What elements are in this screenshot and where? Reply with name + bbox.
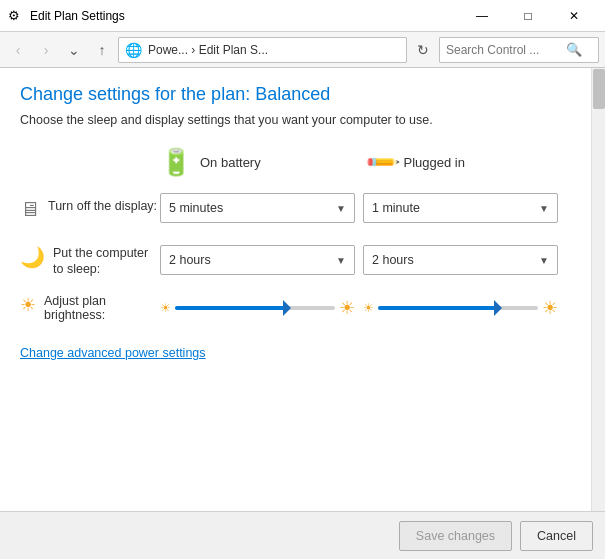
footer: Save changes Cancel — [0, 511, 605, 559]
brightness-plugged-fill — [378, 306, 498, 310]
title-bar-text: Edit Plan Settings — [30, 9, 459, 23]
display-battery-arrow: ▼ — [336, 203, 346, 214]
sleep-battery-value: 2 hours — [169, 253, 211, 267]
minimize-button[interactable]: — — [459, 0, 505, 32]
app-icon: ⚙ — [8, 8, 24, 24]
display-plugged-value: 1 minute — [372, 201, 420, 215]
forward-button[interactable]: › — [34, 38, 58, 62]
sleep-plugged-dropdown[interactable]: 2 hours ▼ — [363, 245, 558, 275]
search-input[interactable] — [446, 43, 566, 57]
recent-pages-button[interactable]: ⌄ — [62, 38, 86, 62]
display-plugged-arrow: ▼ — [539, 203, 549, 214]
display-plugged-dropdown[interactable]: 1 minute ▼ — [363, 193, 558, 223]
up-button[interactable]: ↑ — [90, 38, 114, 62]
back-button[interactable]: ‹ — [6, 38, 30, 62]
sleep-controls: 2 hours ▼ 2 hours ▼ — [160, 245, 577, 275]
sleep-icon: 🌙 — [20, 245, 45, 269]
sleep-label-group: 🌙 Put the computer to sleep: — [20, 243, 160, 278]
page-subtitle: Choose the sleep and display settings th… — [20, 113, 577, 127]
sleep-plugged-arrow: ▼ — [539, 255, 549, 266]
main-content: Change settings for the plan: Balanced C… — [0, 68, 605, 511]
display-label-text: Turn off the display: — [48, 198, 157, 214]
cancel-button[interactable]: Cancel — [520, 521, 593, 551]
display-label-group: 🖥 Turn off the display: — [20, 196, 160, 221]
sleep-plugged-value: 2 hours — [372, 253, 414, 267]
brightness-battery-track[interactable] — [175, 306, 335, 310]
title-bar: ⚙ Edit Plan Settings — □ ✕ — [0, 0, 605, 32]
refresh-button[interactable]: ↻ — [411, 38, 435, 62]
sleep-battery-arrow: ▼ — [336, 255, 346, 266]
brightness-plugged-dim-icon: ☀ — [363, 301, 374, 315]
address-bar: ‹ › ⌄ ↑ 🌐 Powe... › Edit Plan S... ↻ 🔍 — [0, 32, 605, 68]
advanced-link-container: Change advanced power settings — [20, 338, 577, 360]
brightness-battery-thumb — [283, 300, 291, 316]
brightness-label-group: ☀ Adjust plan brightness: — [20, 294, 160, 322]
brightness-battery-bright-icon: ☀ — [339, 297, 355, 319]
display-controls: 5 minutes ▼ 1 minute ▼ — [160, 193, 577, 223]
scrollbar-thumb[interactable] — [593, 69, 605, 109]
plugged-label: Plugged in — [404, 155, 465, 170]
plugged-header: ✏️ Plugged in — [369, 150, 578, 176]
search-icon[interactable]: 🔍 — [566, 42, 582, 57]
maximize-button[interactable]: □ — [505, 0, 551, 32]
battery-label: On battery — [200, 155, 261, 170]
brightness-setting-row: ☀ Adjust plan brightness: ☀ ☀ ☀ — [20, 294, 577, 322]
brightness-plugged-slider-group: ☀ ☀ — [363, 297, 558, 319]
brightness-battery-dim-icon: ☀ — [160, 301, 171, 315]
address-path[interactable]: 🌐 Powe... › Edit Plan S... — [118, 37, 407, 63]
brightness-label-text: Adjust plan brightness: — [44, 294, 160, 322]
advanced-power-settings-link[interactable]: Change advanced power settings — [20, 346, 206, 360]
display-battery-value: 5 minutes — [169, 201, 223, 215]
brightness-battery-slider-group: ☀ ☀ — [160, 297, 355, 319]
save-changes-button[interactable]: Save changes — [399, 521, 512, 551]
sleep-setting-row: 🌙 Put the computer to sleep: 2 hours ▼ 2… — [20, 242, 577, 278]
battery-icon: 🔋 — [160, 147, 192, 178]
title-bar-buttons: — □ ✕ — [459, 0, 597, 32]
column-headers: 🔋 On battery ✏️ Plugged in — [160, 147, 577, 178]
brightness-plugged-track[interactable] — [378, 306, 538, 310]
path-icon: 🌐 — [125, 42, 142, 58]
sleep-label-text: Put the computer to sleep: — [53, 245, 160, 278]
search-box[interactable]: 🔍 — [439, 37, 599, 63]
brightness-battery-fill — [175, 306, 287, 310]
display-battery-dropdown[interactable]: 5 minutes ▼ — [160, 193, 355, 223]
page-title: Change settings for the plan: Balanced — [20, 84, 577, 105]
brightness-controls: ☀ ☀ ☀ ☀ — [160, 297, 577, 319]
display-setting-row: 🖥 Turn off the display: 5 minutes ▼ 1 mi… — [20, 190, 577, 226]
display-icon: 🖥 — [20, 198, 40, 221]
close-button[interactable]: ✕ — [551, 0, 597, 32]
path-text: Powe... › Edit Plan S... — [148, 43, 268, 57]
plugged-icon: ✏️ — [363, 144, 400, 181]
brightness-icon: ☀ — [20, 294, 36, 316]
scrollbar[interactable] — [591, 68, 605, 511]
sleep-battery-dropdown[interactable]: 2 hours ▼ — [160, 245, 355, 275]
brightness-plugged-bright-icon: ☀ — [542, 297, 558, 319]
battery-header: 🔋 On battery — [160, 147, 369, 178]
brightness-plugged-thumb — [494, 300, 502, 316]
